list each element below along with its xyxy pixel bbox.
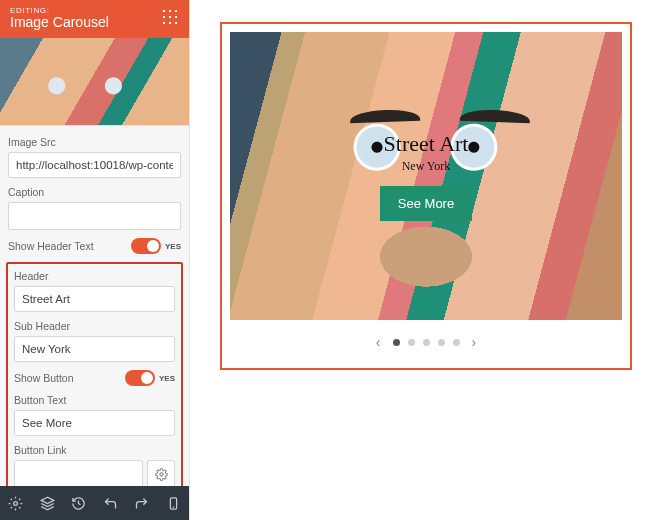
show-button-state: YES xyxy=(159,374,175,383)
carousel-next-button[interactable]: › xyxy=(468,334,481,350)
caption-input[interactable] xyxy=(8,202,181,230)
show-button-label: Show Button xyxy=(14,372,74,384)
header-input[interactable] xyxy=(14,286,175,312)
carousel-prev-button[interactable]: ‹ xyxy=(372,334,385,350)
carousel-dot[interactable] xyxy=(453,339,460,346)
highlighted-field-group: Header Sub Header Show Button YES Button… xyxy=(6,262,183,486)
layers-button[interactable] xyxy=(35,491,59,515)
carousel-slide: Street Art New York See More xyxy=(230,32,622,320)
image-src-label: Image Src xyxy=(8,136,181,148)
header-label: Header xyxy=(14,270,175,282)
slide-cta-button[interactable]: See More xyxy=(380,186,472,221)
show-header-toggle[interactable] xyxy=(131,238,161,254)
svg-point-0 xyxy=(159,473,162,476)
history-button[interactable] xyxy=(67,491,91,515)
editing-title: Image Carousel xyxy=(10,15,109,30)
svg-marker-2 xyxy=(41,497,54,503)
sub-header-label: Sub Header xyxy=(14,320,175,332)
sub-header-input[interactable] xyxy=(14,336,175,362)
sidebar-bottom-bar xyxy=(0,486,189,520)
button-text-label: Button Text xyxy=(14,394,175,406)
carousel-dot[interactable] xyxy=(423,339,430,346)
drag-handle-icon[interactable] xyxy=(163,10,179,26)
show-header-label: Show Header Text xyxy=(8,240,94,252)
undo-button[interactable] xyxy=(98,491,122,515)
slide-header: Street Art xyxy=(384,131,469,157)
preview-canvas: Street Art New York See More ‹ › xyxy=(190,0,662,520)
button-link-label: Button Link xyxy=(14,444,175,456)
svg-point-1 xyxy=(14,501,18,505)
show-button-toggle[interactable] xyxy=(125,370,155,386)
button-text-input[interactable] xyxy=(14,410,175,436)
editing-eyebrow: EDITING: xyxy=(10,6,109,15)
button-link-settings-button[interactable] xyxy=(147,460,175,486)
sidebar-header: EDITING: Image Carousel xyxy=(0,0,189,38)
caption-label: Caption xyxy=(8,186,181,198)
show-header-state: YES xyxy=(165,242,181,251)
carousel-nav: ‹ › xyxy=(230,320,622,360)
image-src-input[interactable] xyxy=(8,152,181,178)
button-link-input[interactable] xyxy=(14,460,143,486)
selected-block-frame[interactable]: Street Art New York See More ‹ › xyxy=(220,22,632,370)
carousel-dot[interactable] xyxy=(408,339,415,346)
carousel-dot[interactable] xyxy=(438,339,445,346)
image-thumbnail[interactable] xyxy=(0,38,189,126)
carousel-dot[interactable] xyxy=(393,339,400,346)
editor-sidebar: EDITING: Image Carousel Image Src Captio… xyxy=(0,0,190,520)
device-preview-button[interactable] xyxy=(161,491,185,515)
gear-icon xyxy=(155,468,168,481)
redo-button[interactable] xyxy=(130,491,154,515)
slide-sub-header: New York xyxy=(402,159,451,174)
settings-button[interactable] xyxy=(4,491,28,515)
sidebar-body: Image Src Caption Show Header Text YES H… xyxy=(0,38,189,486)
